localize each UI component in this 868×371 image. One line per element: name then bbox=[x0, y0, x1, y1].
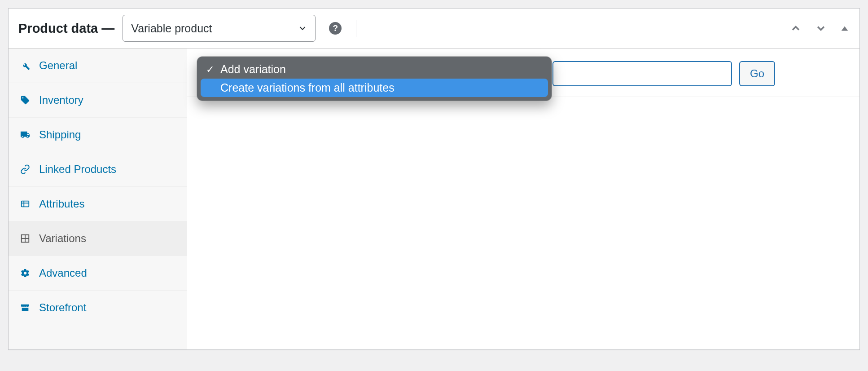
product-type-select-wrap: Variable product bbox=[123, 15, 316, 42]
tab-shipping-link[interactable]: Shipping bbox=[9, 118, 187, 152]
tab-label: Variations bbox=[39, 232, 86, 245]
dropdown-option-create-from-attributes[interactable]: Create variations from all attributes bbox=[201, 79, 548, 97]
tag-icon bbox=[19, 95, 31, 105]
tab-advanced-link[interactable]: Advanced bbox=[9, 256, 187, 290]
svg-rect-1 bbox=[22, 201, 29, 207]
tab-attributes: Attributes bbox=[9, 187, 187, 221]
product-type-select[interactable]: Variable product bbox=[123, 15, 316, 42]
check-icon: ✓ bbox=[205, 64, 215, 75]
wrench-icon bbox=[19, 61, 31, 71]
tab-label: Shipping bbox=[39, 128, 81, 141]
panel-body: General Inventory Shipping bbox=[9, 49, 859, 349]
product-data-panel: Product data — Variable product ? bbox=[8, 8, 860, 350]
variation-action-select[interactable] bbox=[552, 61, 732, 86]
panel-move-down-button[interactable] bbox=[815, 22, 827, 35]
help-icon[interactable]: ? bbox=[329, 22, 342, 35]
divider bbox=[356, 20, 356, 37]
list-icon bbox=[19, 199, 31, 209]
variations-panel: Go ✓ Add variation Create variations fro… bbox=[187, 49, 859, 349]
panel-move-up-button[interactable] bbox=[789, 22, 802, 35]
tab-label: Attributes bbox=[39, 198, 84, 210]
tab-variations-link[interactable]: Variations bbox=[9, 221, 187, 256]
tab-inventory: Inventory bbox=[9, 83, 187, 118]
go-button[interactable]: Go bbox=[739, 61, 775, 86]
tab-inventory-link[interactable]: Inventory bbox=[9, 83, 187, 117]
tab-storefront: Storefront bbox=[9, 291, 187, 325]
panel-header: Product data — Variable product ? bbox=[9, 9, 859, 49]
tab-attributes-link[interactable]: Attributes bbox=[9, 187, 187, 221]
variation-action-dropdown[interactable]: ✓ Add variation Create variations from a… bbox=[197, 57, 552, 101]
tab-variations: Variations bbox=[9, 221, 187, 256]
tab-advanced: Advanced bbox=[9, 256, 187, 291]
tab-linked-link[interactable]: Linked Products bbox=[9, 152, 187, 186]
tab-label: Storefront bbox=[39, 301, 86, 314]
grid-icon bbox=[19, 234, 31, 243]
panel-title: Product data — bbox=[18, 21, 114, 36]
tab-linked: Linked Products bbox=[9, 152, 187, 187]
tab-general: General bbox=[9, 49, 187, 83]
tab-label: Advanced bbox=[39, 267, 87, 279]
link-icon bbox=[19, 164, 31, 174]
tab-label: Inventory bbox=[39, 94, 83, 106]
tab-storefront-link[interactable]: Storefront bbox=[9, 291, 187, 325]
gear-icon bbox=[19, 268, 31, 278]
store-icon bbox=[19, 303, 31, 313]
tab-label: Linked Products bbox=[39, 163, 116, 176]
tab-general-link[interactable]: General bbox=[9, 49, 187, 83]
dropdown-option-add-variation[interactable]: ✓ Add variation bbox=[201, 60, 548, 79]
dropdown-option-label: Create variations from all attributes bbox=[220, 81, 395, 94]
tab-shipping: Shipping bbox=[9, 118, 187, 152]
dropdown-option-label: Add variation bbox=[220, 63, 286, 76]
product-data-tabs: General Inventory Shipping bbox=[9, 49, 187, 349]
truck-icon bbox=[19, 130, 31, 140]
svg-marker-0 bbox=[842, 26, 848, 31]
panel-header-controls bbox=[789, 22, 850, 35]
tab-label: General bbox=[39, 59, 77, 72]
panel-toggle-button[interactable] bbox=[840, 23, 850, 33]
